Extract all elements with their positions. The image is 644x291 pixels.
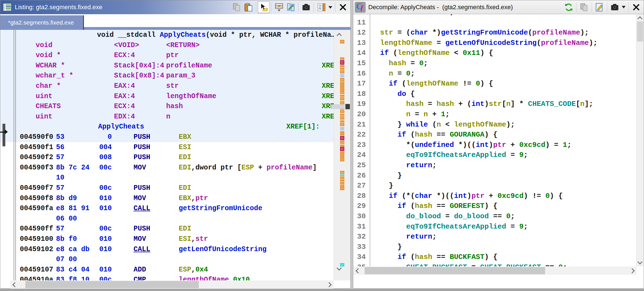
code-line[interactable]: 14 if (lengthOfName < 0x11) { — [354, 48, 637, 58]
listing-row[interactable]: 06 00 — [16, 214, 334, 224]
code-line[interactable]: 30 do_blood = do_blood == 0; — [354, 211, 637, 222]
code-line[interactable]: 13 lengthOfName = getLenOfUnicodeString(… — [354, 38, 637, 48]
format-options-icon[interactable] — [316, 1, 327, 13]
overview-marker[interactable] — [340, 147, 344, 151]
code-line[interactable]: 12 str = (char *)getStringFromUnicode(pr… — [354, 28, 637, 38]
listing-row[interactable]: 0045910783 c4 04010ADDESP,0x4 — [16, 265, 334, 275]
horizontal-scroll-thumb[interactable] — [365, 267, 545, 274]
scroll-left-icon[interactable] — [12, 282, 17, 287]
listing-row[interactable]: 004590ff5700cPUSHEDI — [16, 224, 334, 234]
overview-marker[interactable] — [340, 134, 344, 135]
overview-marker[interactable] — [340, 136, 344, 140]
overview-marker[interactable] — [340, 158, 344, 161]
listing-row[interactable]: void __stdcall ApplyCheats(void * ptr, W… — [16, 30, 334, 40]
marker-bar[interactable] — [340, 30, 344, 280]
overview-marker[interactable] — [340, 57, 344, 60]
listing-row[interactable]: char *EAX:4strXRE — [16, 81, 334, 91]
overview-marker[interactable] — [340, 185, 344, 187]
tab-gta2-segments-fixed-exe[interactable]: *gta2.segments.fixed.exe — [0, 15, 84, 30]
decompiler-vertical-scrollbar[interactable] — [636, 14, 643, 266]
overview-marker[interactable] — [340, 60, 344, 65]
listing-row[interactable]: void *ECX:4ptr — [16, 50, 334, 60]
listing-row[interactable]: WCHAR *Stack[0x4]:4profileNameXRE — [16, 60, 334, 71]
overview-marker[interactable] — [340, 74, 344, 77]
copy-icon[interactable] — [578, 1, 590, 13]
scroll-up-icon[interactable] — [637, 16, 642, 21]
overview-marker[interactable] — [340, 68, 344, 70]
overview-marker[interactable] — [340, 70, 344, 73]
overview-marker[interactable] — [340, 152, 344, 154]
listing-row[interactable]: ApplyCheatsXREF[1]: — [16, 122, 334, 132]
overview-marker[interactable] — [340, 174, 344, 176]
code-line[interactable]: 18 do { — [354, 89, 637, 99]
code-line[interactable]: 10 undefined4 uVar1; — [354, 14, 637, 18]
re-decompile-icon[interactable] — [563, 1, 575, 13]
listing-row[interactable]: 10 — [16, 173, 334, 183]
listing-row[interactable]: 07 00 — [16, 254, 334, 265]
listing-row[interactable]: 004590f88b d9010MOVEBX,ptr — [16, 193, 334, 203]
code-line[interactable]: 25 return; — [354, 160, 637, 171]
code-line[interactable]: 26 } — [354, 171, 637, 181]
overview-marker[interactable] — [340, 116, 344, 120]
code-line[interactable]: 11 — [354, 18, 637, 28]
code-line[interactable]: 24 eqTo9IfCheatsAreApplied = 9; — [354, 150, 637, 160]
listing-row[interactable]: 004591008b f0010MOVESI,str — [16, 234, 334, 244]
snapshot-icon[interactable] — [609, 1, 621, 13]
code-line[interactable]: 35 CHEAT_BUCKFAST = CHEAT_BUCKFAST == 0; — [354, 262, 637, 266]
code-line[interactable]: 27 } — [354, 181, 637, 191]
scroll-left-icon[interactable] — [355, 268, 360, 273]
code-line[interactable]: 19 hash = hash + (int)str[n] * CHEATS_CO… — [354, 99, 637, 109]
overview-marker[interactable] — [340, 187, 344, 190]
overview-marker[interactable] — [340, 145, 344, 147]
close-icon[interactable] — [337, 1, 349, 13]
code-line[interactable]: 17 if (lengthOfName != 0) { — [354, 79, 637, 89]
listing-row[interactable]: 00459102e8 ca db010CALLgetLenOfUnicodeSt… — [16, 244, 334, 254]
code-line[interactable]: 21 } while (n < lengthOfName); — [354, 120, 637, 130]
overview-marker[interactable] — [340, 95, 344, 97]
overview-marker[interactable] — [340, 82, 344, 84]
overview-marker[interactable] — [340, 40, 344, 43]
listing-row[interactable]: 004590f75700cPUSHEDI — [16, 183, 334, 193]
listing-row[interactable]: wchar_t *Stack[0x8]:4param_3 — [16, 71, 334, 81]
overview-marker[interactable] — [340, 87, 344, 89]
tab-close-icon[interactable] — [81, 20, 83, 26]
overview-marker[interactable] — [340, 180, 344, 181]
code-line[interactable]: 15 hash = 0; — [354, 58, 637, 69]
diff-view-icon[interactable] — [285, 1, 297, 13]
panel-divider[interactable] — [351, 0, 353, 288]
code-line[interactable]: 20 n = n + 1; — [354, 109, 637, 120]
code-line[interactable]: 29 if (hash == GOREFEST) { — [354, 201, 637, 211]
scroll-right-icon[interactable] — [630, 268, 635, 273]
code-line[interactable]: 28 if (*(char *)((int)ptr + 0xc9cd) != 0… — [354, 191, 637, 201]
listing-row[interactable]: 004590fae8 81 91010CALLgetStringFromUnic… — [16, 203, 334, 214]
code-line[interactable]: 33 } — [354, 242, 637, 252]
view-position-band[interactable] — [331, 104, 345, 109]
format-dropdown-icon[interactable] — [328, 6, 332, 9]
horizontal-scroll-thumb[interactable] — [25, 281, 199, 288]
edit-function-signature-icon[interactable] — [594, 1, 605, 13]
listing-row[interactable]: 004590f0530PUSHEBX — [16, 132, 334, 142]
overview-marker[interactable] — [340, 123, 344, 126]
overview-marker[interactable] — [340, 65, 344, 67]
vertical-scroll-thumb[interactable] — [637, 21, 643, 42]
overview-marker[interactable] — [340, 120, 344, 122]
overview-marker[interactable] — [340, 263, 344, 266]
overview-marker[interactable] — [340, 182, 344, 185]
listing-horizontal-scrollbar[interactable] — [10, 280, 334, 289]
listing-row[interactable]: uintEAX:4lengthOfNameXRE — [16, 91, 334, 101]
code-line[interactable]: 32 return; — [354, 232, 637, 242]
listing-row[interactable]: uintEDX:4nXRE — [16, 111, 334, 122]
code-line[interactable]: 31 eqTo9IfCheatsAreApplied = 9; — [354, 222, 637, 232]
overview-marker[interactable] — [340, 78, 344, 82]
listing-row[interactable]: CHEATSECX:4hashXRE — [16, 101, 334, 111]
copy-icon[interactable] — [231, 1, 243, 13]
overview-marker[interactable] — [340, 131, 344, 133]
overview-marker[interactable] — [340, 141, 344, 144]
decompiler-horizontal-scrollbar[interactable] — [354, 266, 637, 275]
listing-row[interactable]: 004590f257008PUSHEDI — [16, 152, 334, 163]
overview-marker[interactable] — [340, 84, 344, 86]
overview-marker[interactable] — [340, 89, 344, 91]
overview-marker[interactable] — [340, 114, 344, 116]
listing-row[interactable]: 004590f156004PUSHESI — [16, 142, 334, 152]
overview-marker[interactable] — [340, 171, 344, 174]
